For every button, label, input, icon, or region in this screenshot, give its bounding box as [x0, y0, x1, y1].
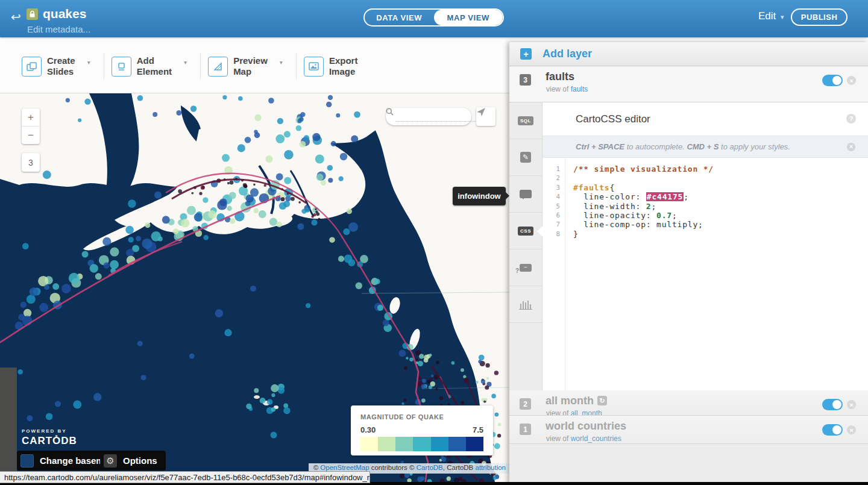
- attribution-text: , CartoDB: [443, 464, 476, 471]
- view-of-label: view of: [546, 434, 571, 443]
- sidebar-spacer: [509, 323, 542, 395]
- layers-panel: + Add layer 3 faults view of faults × SQ…: [509, 42, 868, 485]
- chevron-down-icon[interactable]: ▾: [280, 59, 283, 66]
- osm-link[interactable]: OpenStreetMap: [320, 464, 369, 471]
- layer-order-badge[interactable]: 1: [520, 424, 531, 435]
- button-label: Element: [137, 66, 172, 77]
- cartocss-editor: CartoCSS editor ? Ctrl + SPACE to autoco…: [542, 102, 868, 433]
- add-layer-label: Add layer: [542, 48, 592, 60]
- viz-title[interactable]: quakes: [43, 7, 86, 21]
- line-numbers: 12345678: [542, 158, 565, 390]
- layer-close-button[interactable]: ×: [847, 76, 856, 85]
- locate-button[interactable]: [476, 107, 495, 126]
- legend-min: 0.30: [360, 425, 376, 434]
- help-icon[interactable]: ?: [846, 114, 856, 124]
- legend-color-step: [360, 437, 378, 451]
- tab-css[interactable]: CSS: [509, 213, 542, 249]
- layer-title[interactable]: world countries: [546, 420, 626, 433]
- table-link[interactable]: all_month: [571, 409, 602, 416]
- tab-map-view[interactable]: MAP VIEW: [434, 10, 503, 25]
- app-header: ↩ quakes Edit metadata... DATA VIEW MAP …: [0, 0, 868, 37]
- legend-color-ramp: [360, 437, 483, 451]
- edit-dropdown[interactable]: Edit ▾: [758, 10, 784, 22]
- layer-visibility-toggle[interactable]: [822, 424, 843, 436]
- tab-sql[interactable]: SQL: [509, 102, 542, 139]
- legend-color-step: [413, 437, 430, 451]
- layer-close-button[interactable]: ×: [847, 400, 856, 409]
- add-layer-button[interactable]: + Add layer: [509, 42, 868, 66]
- publish-button[interactable]: PUBLISH: [791, 8, 848, 26]
- css-icon: CSS: [518, 227, 533, 236]
- layer-visibility-toggle[interactable]: [822, 399, 843, 410]
- layer-subtitle: view of faults: [546, 85, 588, 93]
- legend-max: 7.5: [473, 425, 483, 434]
- preview-map-button[interactable]: PreviewMap: [208, 55, 275, 77]
- tab-wizard[interactable]: ✎: [509, 139, 542, 176]
- layer-order-badge[interactable]: 2: [520, 398, 531, 410]
- map-canvas[interactable]: + − 3 MAGNITUDE OF QUAKE 0.30 7.5 PO: [0, 93, 509, 485]
- map-search[interactable]: [386, 108, 471, 125]
- zoom-level-indicator[interactable]: 3: [22, 153, 40, 172]
- layer-editor-body: SQL ✎ CSS −: [509, 102, 868, 433]
- legend-icon: −: [520, 264, 532, 272]
- close-icon[interactable]: ×: [847, 143, 855, 151]
- button-label: Map: [233, 66, 268, 77]
- button-label: Create: [47, 55, 75, 66]
- cartodb-logo[interactable]: POWERED BY CARTO̊DB: [22, 428, 77, 447]
- cartodb-editor: + − 3 MAGNITUDE OF QUAKE 0.30 7.5 PO: [0, 0, 868, 485]
- editor-title: CartoCSS editor: [576, 113, 650, 125]
- cartodb-link[interactable]: CartoDB: [417, 464, 443, 471]
- zoom-in-button[interactable]: +: [22, 108, 40, 127]
- chevron-down-icon: ▾: [781, 13, 784, 20]
- layer-title[interactable]: faults: [546, 70, 574, 83]
- tab-infowindow[interactable]: [509, 176, 542, 213]
- edit-metadata-link[interactable]: Edit metadata...: [27, 24, 90, 34]
- hint-text: to apply your styles.: [719, 142, 790, 151]
- layer-row-all-month[interactable]: 2 all month↻ view of all_month ×: [509, 390, 868, 416]
- search-input[interactable]: [395, 112, 489, 122]
- export-image-button[interactable]: ExportImage: [304, 55, 365, 77]
- hint-key: CMD + S: [687, 142, 719, 151]
- create-slides-button[interactable]: CreateSlides: [22, 55, 83, 77]
- layer-row-world-countries[interactable]: 1 world countries view of world_countrie…: [509, 416, 868, 444]
- map-legend: MAGNITUDE OF QUAKE 0.30 7.5: [351, 405, 493, 455]
- cartodb-wordmark: CARTO̊DB: [22, 435, 77, 447]
- sql-icon: SQL: [518, 116, 533, 125]
- tab-filters[interactable]: [509, 286, 542, 323]
- powered-by-label: POWERED BY: [22, 428, 77, 434]
- chevron-down-icon[interactable]: ▾: [184, 59, 187, 66]
- view-toggle: DATA VIEW MAP VIEW: [363, 8, 504, 27]
- map-options-button[interactable]: ⚙ Options: [100, 451, 166, 471]
- view-of-label: view of: [546, 85, 571, 93]
- back-button[interactable]: ↩: [11, 10, 21, 24]
- editor-hint-bar: Ctrl + SPACE to autocomplete. CMD + S to…: [542, 136, 868, 158]
- legend-color-step: [448, 437, 466, 451]
- code-editor[interactable]: 12345678 /** simple visualization */ #fa…: [542, 158, 868, 390]
- preview-map-icon: [208, 57, 228, 77]
- button-label: Export: [329, 55, 358, 66]
- plus-icon: +: [520, 48, 532, 60]
- layer-close-button[interactable]: ×: [847, 425, 856, 434]
- chevron-down-icon[interactable]: ▾: [87, 59, 90, 66]
- divider: [296, 53, 297, 80]
- zoom-control: + −: [22, 108, 40, 144]
- table-link[interactable]: world_countries: [571, 434, 621, 443]
- privacy-lock-badge[interactable]: [27, 8, 38, 20]
- brush-icon: ✎: [520, 152, 531, 163]
- attribution-link[interactable]: attribution: [475, 464, 506, 471]
- add-element-button[interactable]: AddElement: [112, 55, 179, 77]
- view-of-label: view of: [546, 409, 571, 416]
- create-slides-icon: [22, 57, 42, 77]
- zoom-out-button[interactable]: −: [22, 127, 40, 144]
- layer-order-badge[interactable]: 3: [520, 74, 531, 86]
- layer-title[interactable]: all month↻: [546, 395, 607, 407]
- code-lines[interactable]: /** simple visualization */ #faults{ lin…: [565, 158, 868, 390]
- tab-legends[interactable]: −: [509, 249, 542, 286]
- layer-row-faults[interactable]: 3 faults view of faults ×: [509, 66, 868, 102]
- layer-visibility-toggle[interactable]: [822, 75, 843, 86]
- browser-status-bar: https://team.cartodb.com/u/aureliamoser/…: [0, 471, 370, 483]
- tool-sidebar: SQL ✎ CSS −: [509, 102, 542, 433]
- layer-subtitle: view of all_month: [546, 409, 602, 416]
- table-link[interactable]: faults: [571, 85, 588, 93]
- tab-data-view[interactable]: DATA VIEW: [365, 10, 434, 25]
